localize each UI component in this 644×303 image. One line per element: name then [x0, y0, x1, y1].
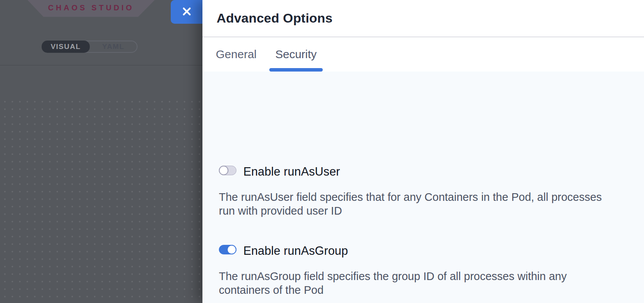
tab-security[interactable]: Security — [269, 37, 323, 72]
drawer-title: Advanced Options — [217, 11, 333, 26]
description-line: containers of the Pod — [219, 283, 567, 297]
drawer-tabs: General Security — [210, 37, 323, 72]
tab-general[interactable]: General — [210, 37, 263, 72]
run-as-group-description: The runAsGroup field specifies the group… — [219, 269, 567, 297]
brand-banner: CHAOS STUDIO — [28, 0, 155, 17]
advanced-options-drawer: Advanced Options General Security Enable… — [202, 0, 644, 303]
tab-security-label: Security — [275, 48, 317, 61]
visual-yaml-switch[interactable]: VISUAL YAML — [42, 41, 138, 53]
chaos-studio-canvas: CHAOS STUDIO VISUAL YAML — [0, 0, 202, 303]
brand-title: CHAOS STUDIO — [48, 3, 134, 14]
close-icon — [182, 7, 192, 18]
run-as-user-label: Enable runAsUser — [243, 165, 340, 179]
visual-tab[interactable]: VISUAL — [42, 41, 90, 53]
close-drawer-button[interactable] — [171, 0, 202, 24]
dot-grid-workspace[interactable] — [0, 96, 202, 303]
description-line: The runAsGroup field specifies the group… — [219, 269, 567, 283]
toggle-knob — [219, 166, 228, 175]
run-as-user-toggle[interactable] — [219, 166, 236, 175]
yaml-tab[interactable]: YAML — [90, 41, 137, 52]
security-tab-content: Enable runAsUser The runAsUser field spe… — [202, 72, 644, 303]
toolbar-divider — [0, 65, 202, 65]
description-line: The runAsUser field specifies that for a… — [219, 190, 602, 204]
active-tab-indicator — [269, 68, 323, 72]
run-as-group-toggle[interactable] — [219, 245, 236, 254]
run-as-group-label: Enable runAsGroup — [243, 244, 348, 258]
toggle-knob — [227, 245, 236, 254]
description-line: run with provided user ID — [219, 204, 602, 218]
run-as-user-description: The runAsUser field specifies that for a… — [219, 190, 602, 218]
